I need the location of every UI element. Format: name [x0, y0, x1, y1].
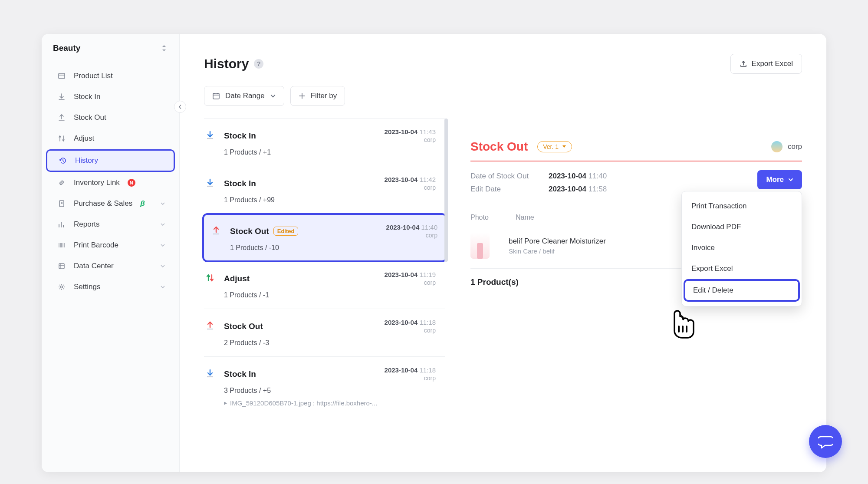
sidebar-item-inventory-link[interactable]: Inventory Link N [46, 173, 175, 193]
sidebar-item-label: Adjust [74, 134, 94, 143]
date-range-filter[interactable]: Date Range [204, 86, 284, 106]
avatar [771, 141, 783, 152]
page-title: History [204, 56, 249, 71]
sidebar-item-stock-in[interactable]: Stock In [46, 87, 175, 107]
history-item-date: 2023-10-04 [385, 271, 418, 278]
sidebar-nav: Product List Stock In Stock Out Adjust H… [42, 61, 179, 298]
filter-by-button[interactable]: Filter by [290, 86, 345, 106]
th-name: Name [516, 214, 534, 221]
history-item-sub: 1 Products / +99 [224, 196, 436, 204]
history-item-time: 11:18 [419, 366, 436, 374]
history-item-user: corp [386, 232, 437, 239]
history-item[interactable]: Adjust 2023-10-04 11:19 corp 1 Products … [204, 261, 445, 309]
sidebar-item-print-barcode[interactable]: Print Barcode [46, 235, 175, 255]
history-item[interactable]: Stock Out 2023-10-04 11:18 corp 2 Produc… [204, 309, 445, 357]
edited-badge: Edited [273, 227, 299, 236]
sidebar-item-label: Stock Out [74, 113, 106, 122]
history-item-time: 11:42 [419, 176, 436, 183]
history-item-sub: 1 Products / -1 [224, 291, 436, 299]
history-item-time: 11:43 [419, 128, 436, 135]
meta-date-of-time: 11:40 [589, 172, 607, 180]
chevron-down-icon [160, 201, 165, 206]
sidebar-item-purchase-sales[interactable]: Purchase & Sales β [46, 194, 175, 214]
meta-label-date-of: Date of Stock Out [470, 172, 536, 181]
filters-row: Date Range Filter by [204, 86, 802, 106]
history-item[interactable]: Stock In 2023-10-04 11:18 corp 3 Product… [204, 357, 445, 416]
sidebar-item-label: Reports [74, 220, 100, 229]
sidebar-item-product-list[interactable]: Product List [46, 66, 175, 86]
sidebar-item-label: Stock In [74, 92, 100, 101]
sidebar-item-history[interactable]: History [46, 149, 175, 172]
sidebar-item-reports[interactable]: Reports [46, 214, 175, 234]
document-icon [57, 199, 66, 208]
dropdown-print-transaction[interactable]: Print Transaction [682, 196, 802, 217]
history-item-sub: 1 Products / +1 [224, 148, 436, 156]
history-item-date: 2023-10-04 [386, 224, 420, 231]
svg-point-3 [61, 286, 63, 288]
chart-icon [57, 220, 66, 229]
detail-pane: Stock Out Ver. 1 corp Date of Stock Out [445, 118, 802, 416]
history-list: Stock In 2023-10-04 11:43 corp 1 Product… [204, 118, 445, 416]
box-icon [57, 72, 66, 80]
history-item-sub: 2 Products / -3 [224, 339, 436, 347]
sidebar-item-label: Purchase & Sales [74, 199, 132, 208]
workspace-switcher-icon[interactable] [160, 44, 168, 52]
meta-label-edit: Edit Date [470, 185, 536, 194]
history-item-type: Adjust [224, 274, 250, 283]
help-fab[interactable] [809, 425, 842, 458]
th-photo: Photo [470, 214, 496, 221]
history-item-user: corp [385, 184, 436, 191]
date-range-label: Date Range [225, 92, 265, 100]
more-dropdown: Print Transaction Download PDF Invoice E… [681, 191, 802, 306]
history-item-date: 2023-10-04 [385, 176, 418, 183]
history-item-type: Stock Out Edited [230, 227, 298, 236]
detail-user: corp [771, 141, 802, 152]
sidebar-item-label: History [75, 156, 98, 165]
workspace-name: Beauty [53, 43, 80, 53]
upload-icon [57, 113, 66, 122]
sidebar-item-label: Product List [74, 72, 113, 80]
content-split: Stock In 2023-10-04 11:43 corp 1 Product… [204, 118, 802, 416]
sidebar-item-settings[interactable]: Settings [46, 277, 175, 297]
svg-rect-2 [59, 263, 64, 269]
help-icon[interactable]: ? [254, 59, 263, 69]
history-item-selected[interactable]: Stock Out Edited 2023-10-04 11:40 corp 1… [202, 213, 447, 262]
adjust-icon [57, 134, 66, 143]
history-item-date: 2023-10-04 [385, 128, 418, 135]
meta-edit-date: 2023-10-04 [549, 185, 586, 193]
export-excel-label: Export Excel [752, 59, 793, 68]
collapse-sidebar-button[interactable] [174, 101, 186, 113]
history-item[interactable]: Stock In 2023-10-04 11:42 corp 1 Product… [204, 166, 445, 214]
stock-in-icon [204, 177, 216, 189]
main-content: History ? Export Excel Date Range Filter… [180, 34, 826, 472]
history-item-attachment: ▸IMG_59120D605B70-1.jpeg : https://file.… [224, 399, 436, 407]
dropdown-edit-delete[interactable]: Edit / Delete [684, 279, 800, 302]
history-item-user: corp [385, 136, 436, 143]
more-button[interactable]: More [757, 170, 802, 189]
version-selector[interactable]: Ver. 1 [537, 141, 572, 152]
chevron-down-icon [160, 284, 165, 290]
sidebar-item-label: Data Center [74, 262, 114, 270]
sidebar-item-adjust[interactable]: Adjust [46, 128, 175, 148]
detail-user-name: corp [788, 142, 802, 151]
meta-edit-time: 11:58 [589, 185, 607, 193]
sidebar-item-stock-out[interactable]: Stock Out [46, 108, 175, 128]
export-excel-button[interactable]: Export Excel [730, 54, 802, 74]
sidebar-item-data-center[interactable]: Data Center [46, 256, 175, 276]
dropdown-download-pdf[interactable]: Download PDF [682, 217, 802, 237]
history-item-user: corp [385, 279, 436, 286]
history-item-date: 2023-10-04 [385, 366, 418, 374]
chevron-down-icon [160, 263, 165, 269]
history-item[interactable]: Stock In 2023-10-04 11:43 corp 1 Product… [204, 119, 445, 166]
meta-date-of-date: 2023-10-04 [549, 172, 586, 180]
detail-header: Stock Out Ver. 1 corp [470, 140, 802, 161]
product-name: belif Pore Cleaner Moisturizer [509, 237, 606, 246]
barcode-icon [57, 241, 66, 250]
dropdown-export-excel[interactable]: Export Excel [682, 258, 802, 279]
product-photo [470, 233, 490, 259]
chevron-down-icon [160, 243, 165, 248]
scrollbar[interactable] [444, 119, 448, 262]
svg-rect-0 [59, 73, 65, 79]
sidebar-item-label: Inventory Link [74, 178, 120, 187]
dropdown-invoice[interactable]: Invoice [682, 237, 802, 258]
